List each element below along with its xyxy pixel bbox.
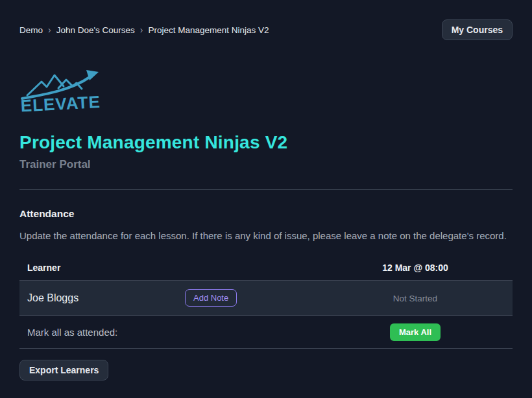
elevate-logo-text: ELEVATE	[20, 92, 101, 113]
breadcrumb-item-current[interactable]: Project Management Ninjas V2	[149, 25, 269, 35]
learner-name: Joe Bloggs	[19, 292, 185, 304]
breadcrumb-item-demo[interactable]: Demo	[19, 25, 43, 35]
attendance-status[interactable]: Not Started	[393, 294, 437, 303]
attendance-heading: Attendance	[19, 208, 513, 220]
export-learners-button[interactable]: Export Learners	[19, 360, 108, 380]
my-courses-button[interactable]: My Courses	[442, 19, 513, 40]
page-title: Project Management Ninjas V2	[19, 132, 513, 153]
section-divider	[19, 189, 513, 190]
table-header-row: Learner 12 Mar @ 08:00	[19, 255, 513, 280]
learner-column-header: Learner	[19, 263, 185, 273]
add-note-button[interactable]: Add Note	[185, 289, 237, 307]
table-row: Joe Bloggs Add Note Not Started	[19, 280, 513, 316]
mark-all-label: Mark all as attended:	[19, 327, 117, 338]
mark-all-row: Mark all as attended: Mark All	[19, 316, 513, 349]
session-column-header: 12 Mar @ 08:00	[318, 263, 513, 273]
elevate-logo: ELEVATE	[19, 69, 105, 115]
main-content: ELEVATE Project Management Ninjas V2 Tra…	[0, 69, 532, 380]
elevate-logo-graphic: ELEVATE	[19, 69, 105, 113]
breadcrumb-separator-icon: ›	[48, 25, 51, 35]
mark-all-button[interactable]: Mark All	[390, 323, 441, 341]
breadcrumb: Demo › John Doe's Courses › Project Mana…	[19, 25, 269, 35]
breadcrumb-separator-icon: ›	[140, 25, 143, 35]
page-subtitle: Trainer Portal	[19, 158, 513, 171]
attendance-table: Learner 12 Mar @ 08:00 Joe Bloggs Add No…	[19, 255, 513, 349]
breadcrumb-item-courses[interactable]: John Doe's Courses	[56, 25, 135, 35]
top-navbar: Demo › John Doe's Courses › Project Mana…	[0, 0, 532, 40]
attendance-description: Update the attendance for each lesson. I…	[19, 230, 513, 241]
